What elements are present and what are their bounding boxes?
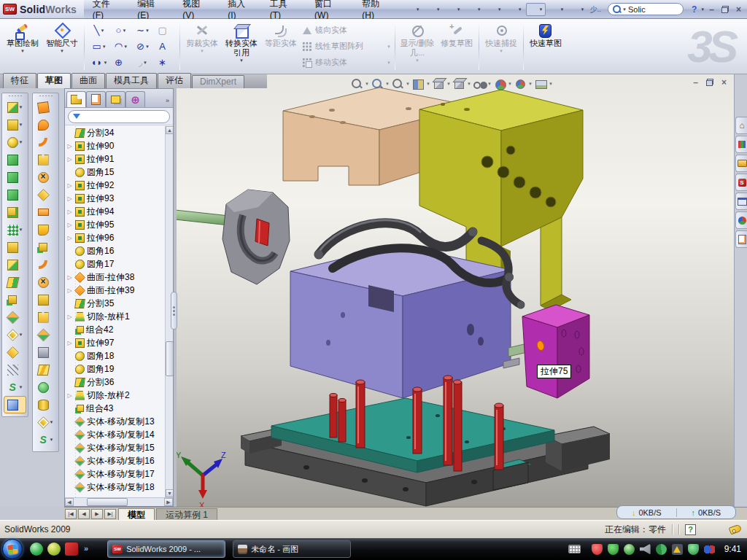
chevron-down-icon[interactable]: ▼: [50, 438, 54, 442]
mold-toolbar-button[interactable]: ▼: [33, 413, 58, 431]
feature-toolbar-button[interactable]: ▼: [2, 151, 28, 168]
chevron-down-icon[interactable]: ▼: [446, 82, 451, 86]
mold-toolbar-button[interactable]: ▼: [33, 273, 58, 291]
mold-toolbar-button[interactable]: ▼: [33, 431, 58, 448]
tree-item[interactable]: ▷ 圆角18: [65, 349, 165, 362]
view-toolbar-button[interactable]: ▼: [534, 77, 549, 90]
tree-filter-input[interactable]: [68, 110, 170, 123]
chevron-down-icon[interactable]: ▼: [580, 7, 584, 12]
menu-item[interactable]: 视图(V): [174, 0, 219, 18]
taskbar-window-button[interactable]: SW SolidWorks 2009 - ...: [107, 540, 225, 558]
tree-item[interactable]: ▷ 实体-移动/复制13: [65, 415, 165, 428]
convert-entities-button[interactable]: 转换实体引用 ▼: [222, 21, 261, 71]
view-toolbar-button[interactable]: ▼: [432, 77, 446, 90]
tray-icon[interactable]: [592, 544, 603, 555]
tray-icon[interactable]: [640, 544, 651, 555]
chevron-down-icon[interactable]: ▼: [426, 82, 430, 86]
tree-item[interactable]: ▷ 分割36: [65, 376, 165, 389]
tree-item[interactable]: ▷ 拉伸96: [65, 231, 165, 244]
feature-toolbar-button[interactable]: ▼: [2, 203, 28, 221]
chevron-down-icon[interactable]: ▼: [385, 82, 390, 86]
mold-toolbar-button[interactable]: ▼: [33, 256, 58, 273]
document-tab[interactable]: 运动算例 1: [156, 508, 217, 520]
doc-minimize-button[interactable]: –: [693, 77, 698, 88]
tree-item[interactable]: ▷ 分割34: [65, 126, 165, 139]
quick-launch-overflow[interactable]: »: [84, 542, 88, 553]
tab-nav-button[interactable]: ▶|: [104, 509, 116, 519]
task-pane-tab[interactable]: [735, 117, 747, 134]
feature-toolbar-button[interactable]: ▼: [2, 308, 28, 326]
tree-horizontal-scrollbar[interactable]: ◀ ▶: [65, 497, 173, 506]
command-tab[interactable]: 曲面: [71, 73, 105, 88]
feature-toolbar-button[interactable]: ▼: [2, 378, 28, 396]
sketch-entity-button[interactable]: ▭▼: [88, 39, 110, 55]
rapid-sketch-button[interactable]: 快速草图: [526, 21, 565, 71]
sketch-tool-row[interactable]: 移动实体 ▼: [302, 55, 391, 70]
quick-launch-icon[interactable]: [47, 542, 61, 556]
tree-item[interactable]: ▷ 实体-移动/复制15: [65, 441, 165, 454]
expand-arrow-icon[interactable]: ▷: [66, 182, 73, 189]
scroll-down-arrow[interactable]: ▼: [166, 489, 173, 497]
menu-item[interactable]: 窗口(W): [306, 0, 353, 18]
scroll-thumb[interactable]: [166, 341, 173, 376]
tree-item[interactable]: ▷ 拉伸95: [65, 218, 165, 231]
quick-access-button[interactable]: ▼: [424, 4, 442, 15]
chevron-down-icon[interactable]: ▼: [406, 82, 410, 86]
sketch-entity-button[interactable]: ⊕▼: [110, 55, 132, 71]
mold-toolbar-button[interactable]: ▼: [33, 221, 58, 238]
command-tab[interactable]: 模具工具: [106, 73, 157, 88]
help-button[interactable]: ?: [692, 4, 697, 15]
chevron-down-icon[interactable]: ▼: [20, 49, 25, 53]
sketch-entity-button[interactable]: ⊘▼: [132, 39, 154, 55]
mold-toolbar-button[interactable]: ▼: [33, 133, 58, 151]
command-tab[interactable]: 草图: [37, 73, 71, 88]
task-pane-tab[interactable]: [735, 155, 747, 172]
chevron-down-icon[interactable]: ▼: [528, 82, 533, 86]
quick-access-button[interactable]: ▼: [506, 4, 524, 15]
restore-button[interactable]: [721, 6, 729, 13]
chevron-down-icon[interactable]: ▼: [122, 28, 126, 33]
repair-sketch-button[interactable]: 修复草图: [437, 21, 476, 71]
chevron-down-icon[interactable]: ▼: [19, 385, 23, 389]
quick-access-button[interactable]: ▼: [548, 4, 566, 15]
chevron-down-icon[interactable]: ▼: [19, 332, 23, 337]
feature-toolbar-button[interactable]: ▼: [2, 98, 28, 116]
view-toolbar-button[interactable]: ▼: [411, 77, 426, 90]
tree-item[interactable]: ▷ 拉伸93: [65, 192, 165, 205]
tree-item[interactable]: ▷ 组合43: [65, 402, 165, 415]
tree-item[interactable]: ▷ 实体-移动/复制18: [65, 481, 165, 494]
quick-launch-icon[interactable]: [65, 542, 78, 556]
chevron-down-icon[interactable]: ▼: [549, 82, 553, 86]
tree-item[interactable]: ▷ 圆角16: [65, 244, 165, 257]
smart-dimension-button[interactable]: 智能尺寸 ▼: [42, 21, 82, 71]
scroll-thumb[interactable]: [87, 498, 128, 506]
manager-tab[interactable]: [125, 91, 145, 107]
tray-icon[interactable]: [608, 544, 619, 555]
input-method-icon[interactable]: [568, 545, 581, 553]
tray-icon[interactable]: [688, 544, 699, 555]
view-toolbar-button[interactable]: ▼: [473, 77, 487, 90]
task-pane-tab[interactable]: [735, 136, 747, 153]
view-toolbar-button[interactable]: ▼: [350, 77, 365, 90]
manager-tab[interactable]: [66, 91, 86, 107]
mold-toolbar-button[interactable]: ▼: [33, 343, 58, 361]
quick-access-button[interactable]: ▼: [444, 4, 462, 15]
chevron-down-icon[interactable]: ▼: [145, 28, 150, 33]
tray-icon[interactable]: [656, 544, 667, 555]
quick-access-button[interactable]: ▼: [526, 3, 546, 16]
feature-toolbar-button[interactable]: ▼: [2, 256, 28, 273]
command-tab[interactable]: 特征: [3, 73, 36, 88]
task-pane-tab[interactable]: [735, 174, 747, 191]
chevron-down-icon[interactable]: ▼: [102, 44, 107, 49]
sketch-entity-button[interactable]: ∗▼: [154, 55, 176, 71]
mold-toolbar-button[interactable]: ▼: [33, 151, 58, 168]
feature-toolbar-button[interactable]: ▼: [2, 186, 28, 203]
chevron-down-icon[interactable]: ▼: [477, 7, 481, 12]
view-toolbar-button[interactable]: ▼: [452, 77, 467, 90]
quick-access-button[interactable]: ▼: [465, 4, 483, 15]
feature-toolbar-button[interactable]: ▼: [2, 133, 28, 151]
tray-icon[interactable]: [704, 544, 715, 555]
search-input[interactable]: [628, 5, 666, 14]
taskbar-window-button[interactable]: 未命名 - 画图: [233, 540, 351, 558]
tree-item[interactable]: ▷ 圆角19: [65, 362, 165, 376]
